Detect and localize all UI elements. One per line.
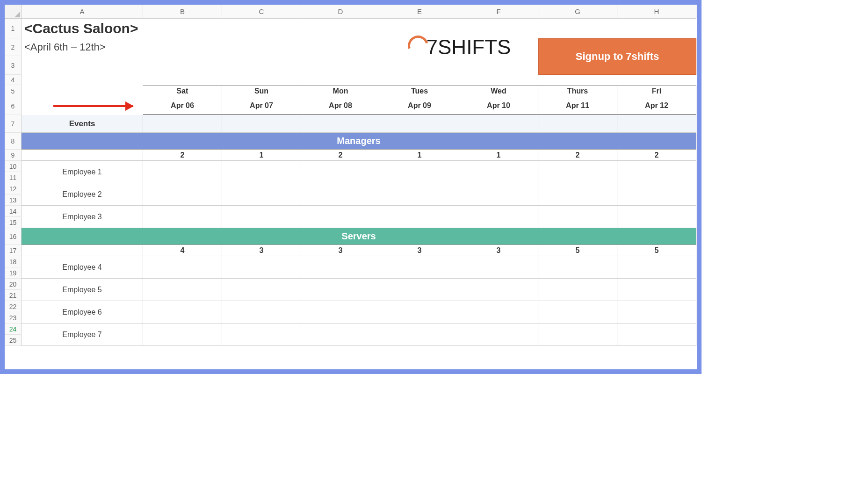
row-header-5[interactable]: 5 (5, 85, 22, 97)
shift-cell[interactable] (380, 279, 459, 301)
managers-count[interactable]: 2 (143, 150, 222, 161)
shift-cell[interactable] (222, 279, 301, 301)
row-header-25[interactable]: 25 (5, 335, 22, 346)
row-header-17[interactable]: 17 (5, 245, 22, 256)
blank-cell[interactable] (22, 245, 143, 256)
col-header-G[interactable]: G (538, 5, 617, 19)
shift-cell[interactable] (459, 301, 538, 324)
shift-cell[interactable] (538, 279, 617, 301)
row-header-13[interactable]: 13 (5, 194, 22, 206)
shift-cell[interactable] (143, 324, 222, 346)
shift-cell[interactable] (459, 324, 538, 346)
shift-cell[interactable] (617, 206, 696, 228)
row-header-2[interactable]: 2 (5, 38, 22, 56)
servers-count[interactable]: 3 (222, 245, 301, 256)
servers-section-bar[interactable]: Servers (22, 228, 696, 245)
row-header-16[interactable]: 16 (5, 228, 22, 245)
employee-label[interactable]: Employee 3 (22, 206, 143, 228)
day-header[interactable]: Thurs (538, 85, 617, 97)
row-header-20[interactable]: 20 (5, 279, 22, 290)
shift-cell[interactable] (459, 161, 538, 183)
col-header-B[interactable]: B (143, 5, 222, 19)
shift-cell[interactable] (538, 256, 617, 279)
row-header-9[interactable]: 9 (5, 150, 22, 161)
select-all-corner[interactable] (5, 5, 22, 19)
date-header[interactable]: Apr 12 (617, 97, 696, 115)
col-header-H[interactable]: H (617, 5, 696, 19)
row-header-22[interactable]: 22 (5, 301, 22, 312)
events-cell[interactable] (301, 115, 380, 133)
shift-cell[interactable] (222, 301, 301, 324)
shift-cell[interactable] (380, 183, 459, 206)
shift-cell[interactable] (222, 324, 301, 346)
shift-cell[interactable] (301, 183, 380, 206)
servers-count[interactable]: 3 (301, 245, 380, 256)
shift-cell[interactable] (617, 161, 696, 183)
shift-cell[interactable] (538, 301, 617, 324)
day-header[interactable]: Sun (222, 85, 301, 97)
employee-label[interactable]: Employee 2 (22, 183, 143, 206)
shift-cell[interactable] (143, 279, 222, 301)
shift-cell[interactable] (459, 183, 538, 206)
shift-cell[interactable] (222, 183, 301, 206)
shift-cell[interactable] (222, 161, 301, 183)
col-header-D[interactable]: D (301, 5, 380, 19)
shift-cell[interactable] (301, 256, 380, 279)
shift-cell[interactable] (143, 161, 222, 183)
managers-count[interactable]: 2 (617, 150, 696, 161)
employee-label[interactable]: Employee 5 (22, 279, 143, 301)
managers-count[interactable]: 2 (538, 150, 617, 161)
shift-cell[interactable] (143, 183, 222, 206)
row-header-8[interactable]: 8 (5, 133, 22, 150)
row-header-14[interactable]: 14 (5, 206, 22, 217)
day-header[interactable]: Tues (380, 85, 459, 97)
shift-cell[interactable] (617, 279, 696, 301)
shift-cell[interactable] (538, 161, 617, 183)
row-header-19[interactable]: 19 (5, 267, 22, 279)
events-cell[interactable] (143, 115, 222, 133)
events-label[interactable]: Events (22, 115, 143, 133)
managers-section-bar[interactable]: Managers (22, 133, 696, 150)
shift-cell[interactable] (301, 161, 380, 183)
row-header-15[interactable]: 15 (5, 217, 22, 228)
events-cell[interactable] (617, 115, 696, 133)
row-header-21[interactable]: 21 (5, 290, 22, 301)
shift-cell[interactable] (617, 183, 696, 206)
employee-label[interactable]: Employee 4 (22, 256, 143, 279)
managers-count[interactable]: 1 (222, 150, 301, 161)
shift-cell[interactable] (301, 301, 380, 324)
date-header[interactable]: Apr 08 (301, 97, 380, 115)
events-cell[interactable] (459, 115, 538, 133)
shift-cell[interactable] (222, 256, 301, 279)
events-cell[interactable] (538, 115, 617, 133)
managers-count[interactable]: 1 (459, 150, 538, 161)
servers-count[interactable]: 4 (143, 245, 222, 256)
row-header-23[interactable]: 23 (5, 312, 22, 324)
shift-cell[interactable] (143, 301, 222, 324)
shift-cell[interactable] (380, 206, 459, 228)
shift-cell[interactable] (617, 301, 696, 324)
col-header-C[interactable]: C (222, 5, 301, 19)
events-cell[interactable] (222, 115, 301, 133)
servers-count[interactable]: 5 (538, 245, 617, 256)
shift-cell[interactable] (617, 324, 696, 346)
servers-count[interactable]: 3 (380, 245, 459, 256)
shift-cell[interactable] (538, 324, 617, 346)
date-header[interactable]: Apr 10 (459, 97, 538, 115)
shift-cell[interactable] (143, 256, 222, 279)
day-header[interactable]: Wed (459, 85, 538, 97)
shift-cell[interactable] (538, 206, 617, 228)
date-header[interactable]: Apr 06 (143, 97, 222, 115)
shift-cell[interactable] (301, 279, 380, 301)
employee-label[interactable]: Employee 6 (22, 301, 143, 324)
title-cell[interactable]: <Cactus Saloon> (22, 19, 380, 38)
employee-label[interactable]: Employee 7 (22, 324, 143, 346)
shift-cell[interactable] (380, 256, 459, 279)
shift-cell[interactable] (380, 324, 459, 346)
row-header-11[interactable]: 11 (5, 172, 22, 183)
row-header-3[interactable]: 3 (5, 56, 22, 75)
row-header-1[interactable]: 1 (5, 19, 22, 38)
blank-row[interactable] (22, 75, 696, 85)
shift-cell[interactable] (380, 301, 459, 324)
row-header-7[interactable]: 7 (5, 115, 22, 133)
